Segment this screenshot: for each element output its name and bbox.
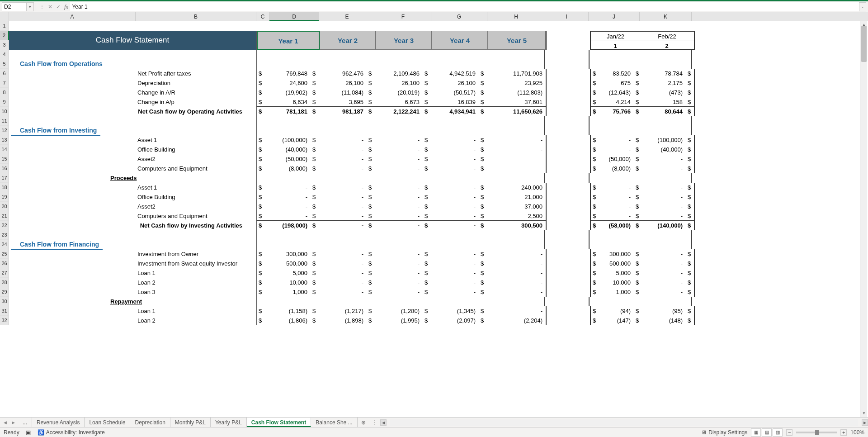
data-value[interactable]: (8,000): [599, 164, 634, 173]
data-value[interactable]: 16,839: [432, 97, 479, 106]
data-value[interactable]: -: [376, 278, 423, 287]
data-value[interactable]: -: [320, 278, 367, 287]
data-value[interactable]: 21,000: [488, 192, 546, 202]
formula-input[interactable]: [70, 2, 859, 11]
col-header-A[interactable]: A: [9, 12, 136, 21]
data-value[interactable]: 24,600: [270, 78, 311, 88]
data-value[interactable]: (148): [642, 316, 686, 325]
col-header-J[interactable]: J: [589, 12, 640, 21]
sheet-tab[interactable]: Loan Schedule: [85, 418, 130, 427]
data-value[interactable]: -: [599, 192, 634, 202]
data-value[interactable]: (473): [642, 88, 686, 97]
tab-nav-next-icon[interactable]: ▶: [10, 419, 16, 426]
data-value[interactable]: -: [320, 287, 367, 297]
zoom-in-button[interactable]: +: [840, 429, 847, 436]
data-value[interactable]: 4,934,941: [432, 107, 479, 116]
row-header[interactable]: 21: [0, 211, 9, 221]
data-value[interactable]: (198,000): [270, 221, 311, 230]
data-value[interactable]: -: [642, 287, 686, 297]
data-value[interactable]: 3,695: [320, 97, 367, 106]
data-value[interactable]: 10,000: [599, 278, 634, 287]
data-value[interactable]: -: [432, 145, 479, 154]
row-header[interactable]: 17: [0, 173, 9, 183]
data-value[interactable]: -: [642, 192, 686, 202]
data-value[interactable]: -: [432, 202, 479, 211]
row-header[interactable]: 26: [0, 259, 9, 268]
data-value[interactable]: 6,634: [270, 97, 311, 106]
data-value[interactable]: 6,673: [376, 97, 423, 106]
data-value[interactable]: -: [432, 183, 479, 192]
col-header-E[interactable]: E: [319, 12, 375, 21]
data-value[interactable]: -: [270, 211, 311, 220]
data-value[interactable]: 1,000: [599, 287, 634, 297]
data-value[interactable]: 500,000: [599, 259, 634, 268]
year-header[interactable]: Year 1: [257, 31, 320, 50]
data-value[interactable]: -: [320, 268, 367, 278]
data-value[interactable]: [488, 164, 546, 173]
data-value[interactable]: (58,000): [599, 221, 634, 230]
data-value[interactable]: 23,925: [488, 78, 546, 88]
enter-icon[interactable]: ✓: [54, 3, 62, 11]
data-value[interactable]: -: [432, 249, 479, 259]
data-value[interactable]: 26,100: [320, 78, 367, 88]
row-header[interactable]: 9: [0, 97, 9, 107]
select-all-corner[interactable]: [0, 12, 9, 21]
data-value[interactable]: (40,000): [270, 145, 311, 154]
vertical-scrollbar[interactable]: ▲ ▼: [860, 21, 867, 417]
data-value[interactable]: -: [320, 221, 367, 230]
data-value[interactable]: (50,517): [432, 88, 479, 97]
macro-record-icon[interactable]: ▣: [25, 429, 32, 436]
row-header[interactable]: 18: [0, 183, 9, 192]
row-header[interactable]: 30: [0, 297, 9, 306]
zoom-slider[interactable]: [796, 432, 837, 433]
data-value[interactable]: 981,187: [320, 107, 367, 116]
data-value[interactable]: (40,000): [642, 145, 686, 154]
data-value[interactable]: (94): [599, 306, 634, 316]
row-header[interactable]: 5: [0, 59, 9, 69]
data-value[interactable]: 158: [642, 97, 686, 106]
data-value[interactable]: (1,345): [432, 306, 479, 316]
data-value[interactable]: 240,000: [488, 183, 546, 192]
data-value[interactable]: 11,701,903: [488, 69, 546, 78]
data-value[interactable]: -: [488, 268, 546, 278]
row-header[interactable]: 29: [0, 287, 9, 297]
data-value[interactable]: 500,000: [270, 259, 311, 268]
row-header[interactable]: 24: [0, 240, 9, 249]
year-header[interactable]: Year 2: [320, 31, 376, 50]
data-value[interactable]: -: [432, 192, 479, 202]
name-box-dropdown[interactable]: ▾: [27, 2, 34, 11]
data-value[interactable]: (50,000): [270, 154, 311, 164]
view-page-layout-icon[interactable]: ▤: [762, 428, 772, 437]
data-value[interactable]: -: [320, 192, 367, 202]
tab-nav-prev-icon[interactable]: ◀: [2, 419, 8, 426]
row-header[interactable]: 25: [0, 249, 9, 259]
name-box[interactable]: D2: [2, 2, 27, 11]
row-header[interactable]: 19: [0, 192, 9, 202]
data-value[interactable]: 75,766: [599, 107, 634, 116]
data-value[interactable]: 11,650,626: [488, 107, 546, 116]
row-header[interactable]: 23: [0, 230, 9, 240]
data-value[interactable]: -: [432, 259, 479, 268]
data-value[interactable]: -: [642, 202, 686, 211]
data-value[interactable]: -: [642, 278, 686, 287]
data-value[interactable]: -: [376, 145, 423, 154]
data-value[interactable]: -: [642, 211, 686, 220]
data-value[interactable]: (100,000): [270, 135, 311, 145]
col-header-G[interactable]: G: [431, 12, 487, 21]
data-value[interactable]: 2,500: [488, 211, 546, 220]
data-value[interactable]: -: [642, 183, 686, 192]
data-value[interactable]: -: [432, 154, 479, 164]
data-value[interactable]: 2,175: [642, 78, 686, 88]
hscroll-right-icon[interactable]: ▶: [862, 419, 868, 426]
data-value[interactable]: (19,902): [270, 88, 311, 97]
grid-body[interactable]: 1 2 Cash Flow Statement Year 1Year 2Year…: [0, 21, 868, 417]
row-header[interactable]: 6: [0, 69, 9, 78]
data-value[interactable]: (12,643): [599, 88, 634, 97]
data-value[interactable]: 300,000: [270, 249, 311, 259]
sheet-tab[interactable]: Balance She ...: [311, 418, 357, 427]
data-value[interactable]: -: [599, 135, 634, 145]
col-header-I[interactable]: I: [545, 12, 589, 21]
data-value[interactable]: (2,097): [432, 316, 479, 325]
zoom-level[interactable]: 100%: [850, 429, 864, 436]
data-value[interactable]: -: [376, 183, 423, 192]
